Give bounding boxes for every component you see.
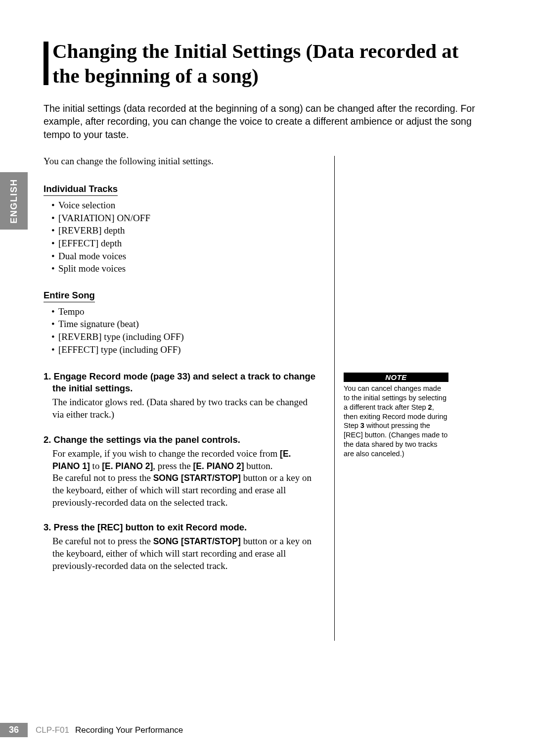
- individual-tracks-list: Voice selection [VARIATION] ON/OFF [REVE…: [44, 199, 320, 275]
- list-item: [REVERB] type (including OFF): [51, 331, 320, 343]
- individual-tracks-heading: Individual Tracks: [44, 184, 118, 196]
- footer-section: Recording Your Performance: [75, 725, 183, 735]
- note-box: NOTE You can cancel changes made to the …: [344, 373, 448, 459]
- page-footer: 36 CLP-F01Recording Your Performance: [0, 723, 183, 737]
- step-item: 3. Press the [REC] button to exit Record…: [44, 521, 320, 572]
- step-body: For example, if you wish to change the r…: [44, 448, 320, 509]
- footer-text: CLP-F01Recording Your Performance: [36, 725, 183, 735]
- list-item: Time signature (beat): [51, 318, 320, 331]
- side-column: NOTE You can cancel changes made to the …: [334, 156, 490, 641]
- intro-paragraph: The initial settings (data recorded at t…: [44, 102, 490, 141]
- page-number: 36: [0, 723, 28, 737]
- step-body: The indicator glows red. (Data shared by…: [44, 396, 320, 421]
- list-item: Dual mode voices: [51, 250, 320, 263]
- list-item: Voice selection: [51, 199, 320, 212]
- step-body: Be careful not to press the SONG [START/…: [44, 535, 320, 572]
- list-item: [REVERB] depth: [51, 224, 320, 237]
- step-title: 2. Change the settings via the panel con…: [44, 434, 320, 446]
- note-header: NOTE: [344, 373, 448, 382]
- page-title: Changing the Initial Settings (Data reco…: [44, 39, 490, 88]
- lead-sentence: You can change the following initial set…: [44, 156, 320, 167]
- footer-model: CLP-F01: [36, 725, 69, 735]
- step-item: 2. Change the settings via the panel con…: [44, 434, 320, 509]
- note-body: You can cancel changes made to the initi…: [344, 382, 448, 459]
- list-item: Split mode voices: [51, 262, 320, 275]
- steps-list: 1. Engage Record mode (page 33) and sele…: [44, 371, 320, 572]
- main-column: You can change the following initial set…: [44, 156, 320, 585]
- language-tab-label: ENGLISH: [9, 179, 19, 224]
- entire-song-heading: Entire Song: [44, 290, 95, 302]
- list-item: Tempo: [51, 305, 320, 318]
- step-item: 1. Engage Record mode (page 33) and sele…: [44, 371, 320, 421]
- list-item: [VARIATION] ON/OFF: [51, 212, 320, 225]
- list-item: [EFFECT] type (including OFF): [51, 343, 320, 356]
- step-title: 1. Engage Record mode (page 33) and sele…: [44, 371, 320, 394]
- language-tab: ENGLISH: [0, 172, 28, 230]
- entire-song-list: Tempo Time signature (beat) [REVERB] typ…: [44, 305, 320, 356]
- list-item: [EFFECT] depth: [51, 237, 320, 250]
- step-title: 3. Press the [REC] button to exit Record…: [44, 521, 320, 533]
